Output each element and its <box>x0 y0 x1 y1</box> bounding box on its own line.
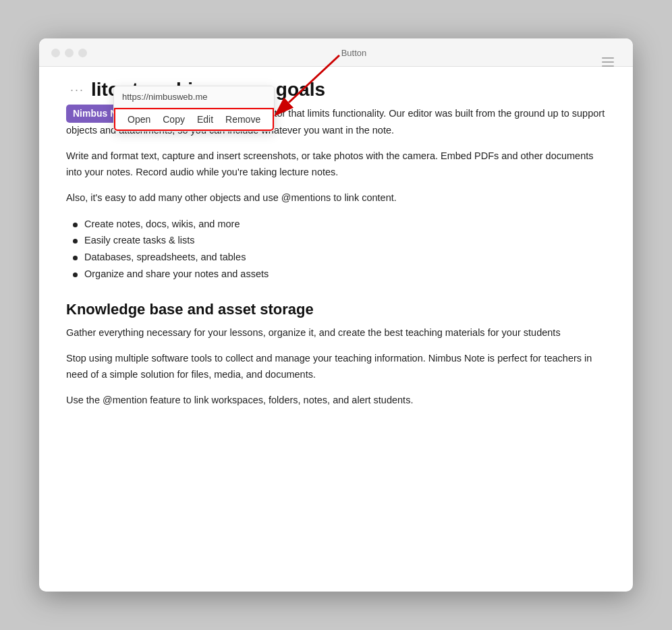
hamburger-line-2 <box>602 61 614 63</box>
minimize-button[interactable] <box>65 49 74 57</box>
window: Button https://nimbusweb.me Open Copy Ed… <box>39 38 633 592</box>
link-actions-bar: Open Copy Edit Remove <box>114 108 274 131</box>
title-bar: Button <box>39 38 633 67</box>
list-item-text: Easily create tasks & lists <box>84 232 195 249</box>
close-button[interactable] <box>51 49 60 57</box>
section2-para2: Stop using multiple software tools to co… <box>66 351 606 383</box>
bullet-dot <box>73 273 78 277</box>
open-button[interactable]: Open <box>122 113 156 126</box>
traffic-lights <box>51 49 87 57</box>
bullet-dot <box>73 239 78 244</box>
list-item-text: Organize and share your notes and assets <box>84 266 269 283</box>
hamburger-line-1 <box>602 57 614 59</box>
list-item-text: Create notes, docs, wikis, and more <box>84 216 240 233</box>
maximize-button[interactable] <box>78 49 87 57</box>
list-item-text: Databases, spreadsheets, and tables <box>84 249 246 266</box>
link-url: https://nimbusweb.me <box>114 86 274 108</box>
three-dots-menu[interactable]: ··· <box>66 80 88 100</box>
second-paragraph: Write and format text, capture and inser… <box>66 148 606 181</box>
remove-button[interactable]: Remove <box>220 113 266 126</box>
list-item: Create notes, docs, wikis, and more <box>73 216 606 233</box>
section2-para1: Gather everything necessary for your les… <box>66 325 606 341</box>
window-title: Button <box>87 48 621 58</box>
copy-button[interactable]: Copy <box>157 113 190 126</box>
bullet-dot <box>73 256 78 260</box>
edit-button[interactable]: Edit <box>192 113 219 126</box>
list-item: Easily create tasks & lists <box>73 232 606 249</box>
third-paragraph: Also, it's easy to add many other object… <box>66 190 606 206</box>
section2-para3: Use the @mention feature to link workspa… <box>66 393 606 409</box>
list-item: Databases, spreadsheets, and tables <box>73 249 606 266</box>
section2-heading: Knowledge base and asset storage <box>66 301 606 318</box>
feature-list: Create notes, docs, wikis, and more Easi… <box>66 216 606 283</box>
list-item: Organize and share your notes and assets <box>73 266 606 283</box>
link-popup: https://nimbusweb.me Open Copy Edit Remo… <box>113 86 275 132</box>
bullet-dot <box>73 223 78 227</box>
